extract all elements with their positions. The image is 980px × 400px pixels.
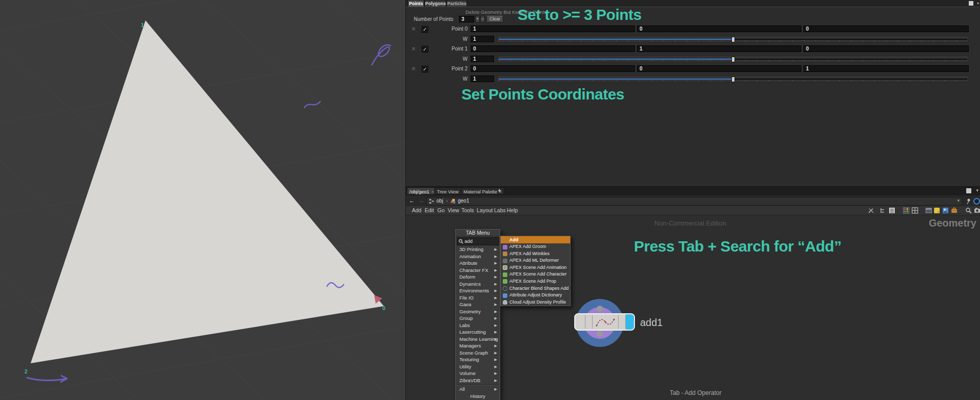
category-animation[interactable]: Animation▶ [456, 253, 500, 260]
category-character-fx[interactable]: Character FX▶ [456, 267, 500, 274]
category-history[interactable]: History [456, 393, 500, 400]
list-view-icon[interactable] [889, 207, 895, 214]
search-icon[interactable] [965, 207, 972, 214]
background-image-icon[interactable] [942, 207, 949, 214]
point0-w-slider[interactable] [497, 36, 969, 42]
point2-z-field[interactable] [803, 65, 969, 72]
toolbox-icon[interactable] [951, 207, 958, 214]
result-apex-scene-add-character[interactable]: APEX Scene Add Character [501, 271, 570, 278]
row-drag-handle-icon[interactable]: ≡ [412, 26, 415, 32]
pin-icon[interactable] [965, 198, 972, 205]
pane-menu-icon[interactable]: ▾ [977, 1, 979, 6]
category-gaea[interactable]: Gaea▶ [456, 301, 500, 308]
tab-points[interactable]: Points [408, 0, 424, 7]
slider-handle[interactable] [731, 77, 735, 82]
result-character-blend-shapes-add[interactable]: Character Blend Shapes Add [501, 285, 570, 292]
tab-menu-search[interactable] [457, 237, 499, 245]
path-field[interactable]: obj › geo1 ▾ [426, 197, 962, 206]
result-apex-add-wrinkles[interactable]: APEX Add Wrinkles [501, 251, 570, 258]
category-group[interactable]: Group▶ [456, 315, 500, 322]
result-apex-add-groom[interactable]: APEX Add Groom [501, 243, 570, 251]
point1-z-field[interactable] [803, 45, 969, 52]
number-of-points-field[interactable] [459, 16, 474, 22]
triangle-geometry[interactable] [31, 20, 384, 363]
slider-handle[interactable] [731, 57, 735, 62]
point2-y-field[interactable] [637, 65, 801, 72]
point2-x-field[interactable] [471, 65, 635, 72]
result-cloud-adjust-density-profile[interactable]: Cloud Adjust Density Profile [501, 299, 570, 306]
point2-w-field[interactable] [471, 76, 494, 82]
path-dropdown-icon[interactable]: ▾ [957, 198, 960, 203]
point1-w-field[interactable] [471, 56, 494, 62]
menu-labs[interactable]: Labs [494, 206, 506, 215]
point0-x-field[interactable] [471, 26, 635, 32]
node-display-flag[interactable] [626, 314, 634, 330]
point0-y-field[interactable] [637, 26, 801, 32]
menu-help[interactable]: Help [507, 206, 518, 215]
category-machine-learning[interactable]: Machine Learning▶ [456, 336, 500, 343]
clear-button[interactable]: Clear [486, 16, 503, 22]
layout-grid-icon[interactable] [912, 207, 918, 214]
tree-hierarchy-icon[interactable] [879, 207, 886, 214]
result-apex-scene-add-animation[interactable]: APEX Scene Add Animation [501, 264, 570, 271]
category-attribute[interactable]: Attribute▶ [456, 260, 500, 267]
slider-handle[interactable] [731, 37, 735, 42]
pane-maximize-icon[interactable] [966, 188, 971, 193]
window-panel-icon[interactable] [925, 207, 932, 214]
point1-x-field[interactable] [471, 45, 635, 52]
path-root-label[interactable]: obj [436, 198, 443, 204]
row-drag-handle-icon[interactable]: ≡ [412, 65, 415, 72]
result-attribute-adjust-dictionary[interactable]: Attribute Adjust Dictionary [501, 292, 570, 299]
color-palette-grid-icon[interactable] [903, 207, 910, 214]
category-geometry[interactable]: Geometry▶ [456, 308, 500, 315]
node-output-connector[interactable] [597, 331, 603, 337]
category-labs[interactable]: Labs▶ [456, 322, 500, 329]
category-lasercutting[interactable]: Lasercutting▶ [456, 329, 500, 336]
category-volume[interactable]: Volume▶ [456, 370, 500, 377]
tools-wrench-icon[interactable] [868, 207, 874, 214]
pane-menu-icon[interactable]: ▾ [976, 188, 978, 193]
point0-z-field[interactable] [803, 26, 969, 32]
category-3d-printing[interactable]: 3D Printing▶ [456, 246, 500, 253]
result-apex-add-ml-deformer[interactable]: APEX Add ML Deformer [501, 257, 570, 264]
category-scene-graph[interactable]: Scene Graph▶ [456, 349, 500, 357]
path-node-label[interactable]: geo1 [458, 198, 469, 204]
menu-add[interactable]: Add [412, 206, 422, 215]
sticky-note-icon[interactable] [934, 207, 940, 214]
pane-maximize-icon[interactable] [969, 1, 973, 6]
menu-go[interactable]: Go [437, 206, 445, 215]
snapshot-camera-icon[interactable] [974, 207, 980, 214]
forward-arrow-icon[interactable]: → [418, 197, 424, 204]
tab-polygons[interactable]: Polygons [425, 0, 446, 7]
point1-w-slider[interactable] [497, 56, 969, 62]
node-input-connector[interactable] [597, 306, 603, 312]
category-environments[interactable]: Environments▶ [456, 287, 500, 294]
back-arrow-icon[interactable]: ← [409, 197, 415, 204]
category-utility[interactable]: Utility▶ [456, 363, 500, 370]
point2-w-slider[interactable] [497, 76, 969, 82]
tab-particles[interactable]: Particles [447, 0, 467, 7]
row-drag-handle-icon[interactable]: ≡ [412, 45, 415, 52]
category-file-io[interactable]: File IO▶ [456, 294, 500, 302]
point0-w-field[interactable] [471, 36, 494, 42]
link-mode-icon[interactable] [973, 198, 980, 205]
decrement-button[interactable]: − [480, 16, 485, 22]
add-node-body[interactable] [574, 313, 635, 331]
new-tab-button[interactable]: + [498, 187, 501, 194]
tab-menu-search-input[interactable] [464, 238, 495, 244]
point1-y-field[interactable] [637, 45, 801, 52]
pane-tab-network[interactable]: /obj/geo1× [407, 187, 436, 195]
menu-edit[interactable]: Edit [425, 206, 434, 215]
menu-layout[interactable]: Layout [477, 206, 493, 215]
result-add[interactable]: Add [501, 236, 570, 243]
increment-button[interactable]: + [475, 16, 480, 22]
category-texturing[interactable]: Texturing▶ [456, 356, 500, 363]
category-deform[interactable]: Deform▶ [456, 273, 500, 281]
close-icon[interactable]: × [431, 189, 434, 194]
result-apex-scene-add-prop[interactable]: APEX Scene Add Prop [501, 278, 570, 285]
menu-view[interactable]: View [448, 206, 459, 215]
category-dynamics[interactable]: Dynamics▶ [456, 281, 500, 288]
menu-tools[interactable]: Tools [461, 206, 474, 215]
category-zibravdb[interactable]: ZibraVDB▶ [456, 377, 500, 384]
category-all[interactable]: All▶ [456, 386, 500, 393]
